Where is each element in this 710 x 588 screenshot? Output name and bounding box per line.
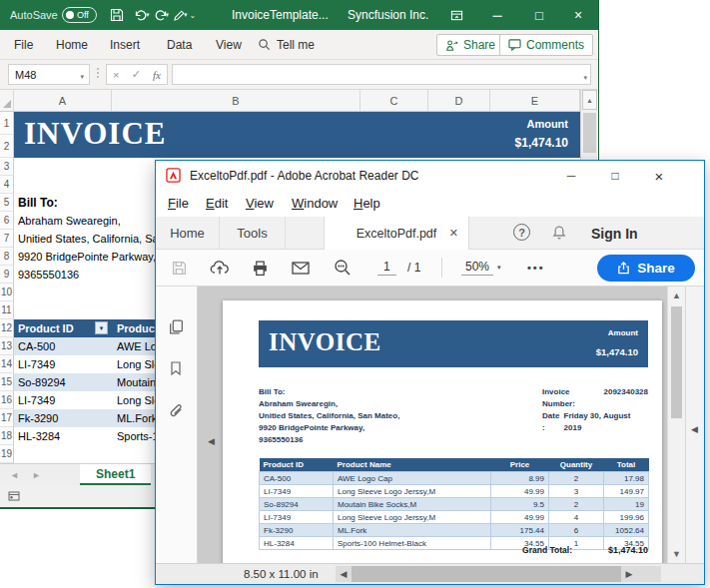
filter-dropdown-icon[interactable]: ▾ <box>95 321 108 334</box>
tab-data[interactable]: Data <box>163 30 196 59</box>
menu-view[interactable]: View <box>246 191 274 217</box>
ribbon-share-button[interactable]: Share <box>436 34 504 56</box>
sign-in-button[interactable]: Sign In <box>591 217 638 250</box>
grand-total-label: Grand Total: <box>522 545 572 555</box>
row-header[interactable]: 12 <box>0 319 14 337</box>
scroll-right-icon[interactable]: ▶ <box>621 569 637 579</box>
excel-maximize-button[interactable]: □ <box>522 0 556 30</box>
column-header-b[interactable]: B <box>112 90 360 111</box>
insert-function-icon[interactable]: fx <box>153 69 161 81</box>
row-header[interactable]: 14 <box>0 355 14 373</box>
customize-qat-icon[interactable]: ⌄ <box>190 11 197 20</box>
pdf-maximize-button[interactable]: □ <box>597 161 633 191</box>
row-header[interactable]: 18 <box>0 427 14 445</box>
email-icon[interactable] <box>292 250 310 286</box>
column-header-d[interactable]: D <box>428 90 490 111</box>
pdf-scrollbar-thumb[interactable] <box>671 306 682 418</box>
name-box-caret-icon[interactable]: ▾ <box>80 73 84 81</box>
ribbon-display-options-button[interactable] <box>439 0 473 30</box>
column-header-a[interactable]: A <box>14 90 112 111</box>
excel-close-button[interactable]: × <box>561 0 595 30</box>
redo-button[interactable]: ▾ <box>154 9 170 21</box>
scroll-down-icon[interactable]: ▼ <box>668 549 685 559</box>
pdf-minimize-button[interactable]: ─ <box>553 161 589 191</box>
cancel-entry-icon[interactable]: × <box>113 69 119 81</box>
cloud-upload-icon[interactable] <box>210 250 230 286</box>
excel-titlebar[interactable]: AutoSave Off ▾ ▾ <box>0 0 598 30</box>
page-thumbnails-icon[interactable] <box>168 318 185 335</box>
sheet-nav-left-icon[interactable]: ◄ <box>10 464 19 486</box>
help-icon[interactable]: ? <box>513 224 530 241</box>
autosave-toggle[interactable]: Off <box>62 0 97 30</box>
confirm-entry-icon[interactable]: ✓ <box>132 68 141 81</box>
print-icon[interactable] <box>252 250 269 286</box>
sheet-tab-sheet1[interactable]: Sheet1 <box>80 464 151 485</box>
scroll-up-icon[interactable]: ▲ <box>582 90 597 110</box>
column-header-e[interactable]: E <box>490 90 580 111</box>
zoom-search-icon[interactable] <box>334 250 352 286</box>
save-icon[interactable] <box>172 250 187 286</box>
select-all-corner[interactable] <box>0 90 14 111</box>
row-header[interactable]: 13 <box>0 337 14 355</box>
pdf-horizontal-scrollbar[interactable]: ◀ ▶ <box>336 566 661 582</box>
formula-input[interactable]: ▾ <box>172 64 591 85</box>
row-header[interactable]: 9 <box>0 266 14 284</box>
sheet-nav-right-icon[interactable]: ► <box>32 464 41 486</box>
expand-tools-pane-icon[interactable]: ◀ <box>691 424 698 434</box>
menu-help[interactable]: Help <box>354 191 380 217</box>
tab-file[interactable]: File <box>10 30 37 59</box>
name-box[interactable]: M48 ▾ <box>8 64 90 85</box>
row-header[interactable]: 4 <box>0 176 14 194</box>
menu-edit[interactable]: Edit <box>206 191 228 217</box>
tab-document[interactable]: ExceltoPdf.pdf ✕ <box>324 217 469 250</box>
page-number-input[interactable]: 1 <box>377 250 396 286</box>
pdf-right-pane-strip[interactable]: ◀ <box>685 287 704 563</box>
tab-home[interactable]: Home <box>156 217 220 249</box>
pdf-vertical-scrollbar[interactable]: ▲ ▼ <box>667 287 685 563</box>
row-header[interactable]: 16 <box>0 391 14 409</box>
tab-insert[interactable]: Insert <box>106 30 144 59</box>
pdf-titlebar[interactable]: ExceltoPdf.pdf - Adobe Acrobat Reader DC… <box>156 161 704 191</box>
menu-file[interactable]: File <box>168 191 189 217</box>
row-header[interactable]: 19 <box>0 445 14 463</box>
tab-view[interactable]: View <box>212 30 246 59</box>
collapse-pane-left-icon[interactable]: ◀ <box>208 436 215 446</box>
row-header[interactable]: 15 <box>0 373 14 391</box>
row-header[interactable]: 17 <box>0 409 14 427</box>
formula-bar-expand-icon[interactable]: ▾ <box>583 74 587 82</box>
excel-scrollbar-thumb[interactable] <box>583 113 596 153</box>
scroll-left-icon[interactable]: ◀ <box>336 569 352 579</box>
tab-close-icon[interactable]: ✕ <box>449 227 458 239</box>
pdf-hscrollbar-thumb[interactable] <box>352 566 621 582</box>
row-header[interactable]: 6 <box>0 212 14 230</box>
pdf-close-button[interactable]: × <box>641 161 677 191</box>
row-header[interactable]: 8 <box>0 248 14 266</box>
ribbon-comments-button[interactable]: Comments <box>499 34 593 56</box>
invoice-number-value: 2092340328 <box>604 386 649 410</box>
undo-button[interactable]: ▾ <box>134 9 150 21</box>
row-header[interactable]: 2 <box>0 135 14 158</box>
excel-minimize-button[interactable]: ─ <box>480 0 514 30</box>
draw-button[interactable]: ▾ <box>173 9 188 22</box>
macro-record-icon[interactable] <box>8 490 20 502</box>
zoom-level-dropdown[interactable]: 50% ▾ <box>461 250 501 286</box>
tab-home[interactable]: Home <box>52 30 92 59</box>
pdf-share-button[interactable]: Share <box>597 255 695 282</box>
save-icon[interactable] <box>110 8 124 22</box>
notifications-bell-icon[interactable] <box>551 225 567 241</box>
more-tools-button[interactable]: ••• <box>527 250 545 286</box>
bookmarks-icon[interactable] <box>168 360 184 376</box>
row-header[interactable]: 5 <box>0 194 14 212</box>
tell-me-box[interactable]: Tell me <box>258 30 315 59</box>
tab-tools[interactable]: Tools <box>220 217 286 249</box>
attachments-paperclip-icon[interactable] <box>168 402 185 419</box>
row-header[interactable]: 1 <box>0 112 14 135</box>
row-header[interactable]: 7 <box>0 230 14 248</box>
scroll-up-icon[interactable]: ▲ <box>668 291 685 300</box>
menu-window[interactable]: Window <box>292 191 338 217</box>
row-header[interactable]: 10 <box>0 284 14 301</box>
row-header[interactable]: 3 <box>0 158 14 176</box>
row-header[interactable]: 11 <box>0 301 14 319</box>
column-header-c[interactable]: C <box>360 90 428 111</box>
pdf-bill-to-line: Unitied States, California, San Mateo, <box>259 410 399 422</box>
